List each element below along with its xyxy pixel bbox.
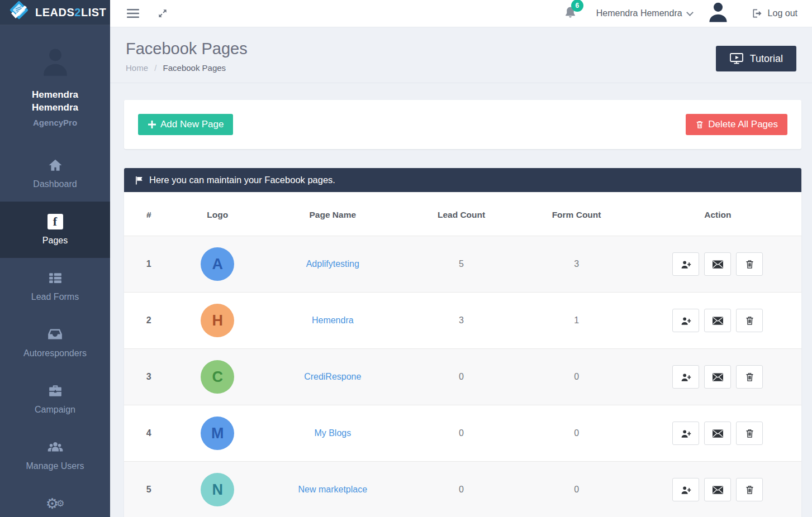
form-count-cell: 0	[519, 462, 634, 517]
trash-icon	[745, 315, 754, 325]
envelope-icon	[713, 373, 723, 381]
add-person-button[interactable]	[672, 365, 699, 389]
pages-panel: Here you can maintain your Facebook page…	[124, 168, 801, 517]
menu-toggle-icon[interactable]	[127, 8, 139, 18]
page-name-link[interactable]: Adplifytesting	[306, 259, 359, 269]
add-person-icon	[681, 429, 691, 438]
notifications-button[interactable]: 6	[563, 5, 577, 22]
envelope-icon	[713, 429, 723, 438]
facebook-icon: f	[3, 213, 107, 230]
content: Add New Page Delete All Pages Here you c…	[110, 83, 812, 517]
sidebar: LEADS2LIST Hemendra Hemendra AgencyPro D…	[0, 0, 110, 517]
send-email-button[interactable]	[704, 309, 731, 332]
lead-count-cell: 0	[404, 405, 519, 462]
users-icon	[3, 439, 107, 456]
row-index: 4	[146, 428, 151, 438]
sidebar-user-plan: AgencyPro	[6, 118, 105, 127]
page-name-link[interactable]: My Blogs	[314, 428, 351, 438]
send-email-button[interactable]	[704, 422, 731, 445]
lead-count-cell: 5	[404, 236, 519, 293]
col-header-index: #	[124, 192, 173, 236]
pages-table-body: 1 A Adplifytesting 5 3 2 H Hemendra 3 1	[124, 236, 801, 517]
logout-button[interactable]: Log out	[752, 8, 797, 19]
brand-name: LEADS2LIST	[35, 6, 106, 19]
brand-logo[interactable]: LEADS2LIST	[0, 0, 110, 25]
add-person-button[interactable]	[672, 252, 699, 276]
send-email-button[interactable]	[704, 478, 731, 501]
sidebar-item-manage-users[interactable]: Manage Users	[0, 427, 110, 484]
briefcase-icon	[3, 382, 107, 399]
logout-icon	[752, 8, 763, 19]
video-tutorial-icon	[729, 52, 744, 65]
add-person-button[interactable]	[672, 478, 699, 501]
trash-icon	[745, 428, 754, 438]
add-person-icon	[681, 316, 691, 325]
col-header-page-name: Page Name	[262, 192, 404, 236]
page-name-link[interactable]: CrediRespone	[304, 372, 361, 381]
col-header-lead-count: Lead Count	[404, 192, 519, 236]
topbar-avatar[interactable]	[706, 0, 730, 27]
chevron-down-icon	[686, 9, 694, 16]
sidebar-item-lead-forms[interactable]: Lead Forms	[0, 258, 110, 314]
delete-page-button[interactable]	[736, 478, 763, 501]
form-count-cell: 1	[519, 293, 634, 349]
tutorial-button[interactable]: Tutorial	[716, 46, 796, 71]
user-menu-dropdown[interactable]: Hemendra Hemendra	[596, 8, 692, 18]
actions-toolbar: Add New Page Delete All Pages	[124, 100, 801, 149]
sidebar-item-settings[interactable]: ⚙⚙	[0, 484, 110, 517]
form-count-cell: 0	[519, 349, 634, 405]
topbar: 6 Hemendra Hemendra Log out	[110, 0, 812, 27]
form-count-cell: 3	[519, 236, 634, 293]
page-name-link[interactable]: New marketplace	[298, 485, 367, 494]
row-actions	[634, 252, 801, 276]
delete-page-button[interactable]	[736, 252, 763, 276]
add-new-page-button[interactable]: Add New Page	[138, 114, 233, 135]
page-header: Facebook Pages Home / Facebook Pages Tut…	[110, 27, 812, 83]
table-row: 5 N New marketplace 0 0	[124, 462, 801, 517]
add-person-button[interactable]	[672, 309, 699, 332]
sidebar-item-dashboard[interactable]: Dashboard	[0, 145, 110, 202]
add-person-icon	[681, 372, 691, 382]
page-logo-avatar: H	[201, 304, 234, 337]
sidebar-user-panel: Hemendra Hemendra AgencyPro	[0, 25, 110, 131]
page-name-link[interactable]: Hemendra	[312, 315, 354, 325]
trash-icon	[745, 485, 754, 495]
sidebar-nav: Dashboard f Pages Lead Forms Autorespond…	[0, 145, 110, 517]
send-email-button[interactable]	[704, 252, 731, 276]
sidebar-item-autoresponders[interactable]: Autoresponders	[0, 314, 110, 371]
envelope-icon	[713, 260, 723, 269]
home-icon	[3, 157, 107, 174]
add-person-button[interactable]	[672, 422, 699, 445]
table-row: 4 M My Blogs 0 0	[124, 405, 801, 462]
row-actions	[634, 422, 801, 445]
page-logo-avatar: A	[201, 247, 234, 281]
fullscreen-icon[interactable]	[157, 8, 168, 19]
delete-page-button[interactable]	[736, 422, 763, 445]
col-header-form-count: Form Count	[519, 192, 634, 236]
trash-icon	[745, 372, 754, 382]
delete-page-button[interactable]	[736, 309, 763, 332]
row-index: 5	[146, 485, 151, 494]
brand-diamond-icon	[7, 0, 31, 25]
list-icon	[3, 270, 107, 286]
topbar-user-name: Hemendra Hemendra	[596, 8, 682, 18]
delete-page-button[interactable]	[736, 365, 763, 389]
envelope-icon	[713, 486, 723, 494]
sidebar-item-campaign[interactable]: Campaign	[0, 371, 110, 427]
page-logo-avatar: M	[201, 417, 234, 450]
user-avatar-icon	[38, 44, 73, 81]
envelope-icon	[713, 317, 723, 325]
breadcrumb-home-link[interactable]: Home	[126, 63, 148, 73]
row-index: 3	[146, 372, 151, 381]
gears-icon: ⚙⚙	[3, 495, 107, 512]
page-title: Facebook Pages	[126, 40, 248, 58]
row-index: 2	[146, 315, 151, 325]
send-email-button[interactable]	[704, 365, 731, 389]
breadcrumb-current: Facebook Pages	[163, 63, 226, 73]
notification-badge: 6	[571, 0, 583, 12]
inbox-icon	[3, 326, 107, 343]
row-actions	[634, 478, 801, 501]
col-header-action: Action	[634, 192, 801, 236]
sidebar-item-pages[interactable]: f Pages	[0, 202, 110, 258]
delete-all-pages-button[interactable]: Delete All Pages	[686, 114, 787, 135]
